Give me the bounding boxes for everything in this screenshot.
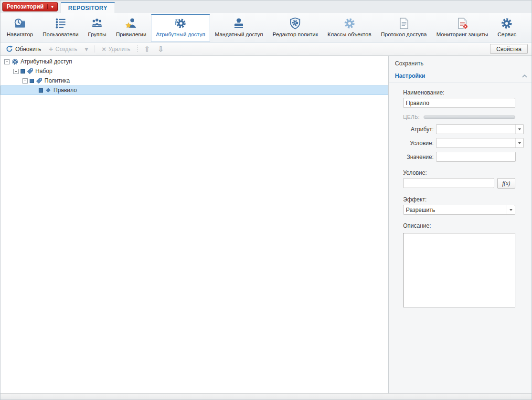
ribbon-tab-mandatory-access[interactable]: Мандатный доступ — [210, 14, 268, 42]
properties-panel: Сохранить Настройки Наименование: ЦЕЛЬ: — [389, 56, 532, 393]
attribute-combo[interactable] — [436, 124, 524, 134]
repository-menu-label: Репозиторий — [7, 3, 43, 10]
protection-monitoring-icon — [456, 17, 468, 30]
condition-expression-input[interactable] — [403, 178, 494, 188]
ribbon-tab-object-classes[interactable]: Классы объектов — [323, 14, 376, 42]
node-checkbox[interactable] — [21, 69, 25, 74]
ribbon-tab-protection-monitoring[interactable]: Мониторинг защиты — [432, 14, 493, 42]
ribbon-tab-label: Классы объектов — [328, 32, 372, 37]
combo-arrow-icon[interactable] — [515, 138, 523, 147]
ribbon-tab-label: Привилегии — [116, 32, 147, 37]
tag-icon — [36, 77, 43, 84]
ribbon-tab-users[interactable]: Пользователи — [38, 14, 83, 42]
node-checkbox[interactable] — [39, 88, 43, 93]
application-window: Репозиторий ▾ REPOSITORY Навигатор — [0, 0, 532, 400]
ribbon-tab-service[interactable]: Сервис — [493, 14, 521, 42]
target-divider-bar — [424, 116, 515, 119]
ribbon-tab-navigator[interactable]: Навигатор — [2, 14, 38, 42]
tree-node-set[interactable]: Набор — [0, 66, 388, 76]
description-label: Описание: — [403, 222, 515, 229]
tree-node-rule[interactable]: Правило — [0, 85, 388, 95]
delete-button[interactable]: × Удалить — [99, 44, 133, 53]
ribbon-tab-groups[interactable]: Группы — [83, 14, 111, 42]
properties-toolbar: Сохранить — [389, 56, 532, 71]
create-button[interactable]: + Создать — [46, 44, 79, 53]
repository-menu-button[interactable]: Репозиторий ▾ — [2, 2, 58, 11]
delete-label: Удалить — [108, 46, 130, 53]
combo-arrow-icon[interactable] — [515, 125, 523, 134]
privileges-icon — [125, 17, 138, 30]
description-textarea[interactable] — [403, 233, 515, 307]
ribbon-tab-access-protocol[interactable]: Протокол доступа — [376, 14, 432, 42]
cross-icon: × — [102, 45, 106, 53]
users-icon — [54, 17, 67, 30]
tree-node-attribute-access[interactable]: Атрибутный доступ — [0, 57, 388, 66]
tag-icon — [27, 68, 33, 74]
fx-button[interactable]: f(x) — [497, 178, 515, 189]
value-label: Значение: — [403, 154, 434, 160]
title-tab-strip: Репозиторий ▾ REPOSITORY — [0, 0, 532, 13]
attribute-combo-input[interactable] — [436, 125, 515, 134]
save-button[interactable]: Сохранить — [395, 60, 424, 67]
refresh-button[interactable]: Обновить — [3, 44, 43, 53]
create-dropdown-button[interactable]: ▾ — [83, 45, 91, 53]
ribbon-tab-label: Мониторинг защиты — [436, 32, 488, 37]
move-up-button[interactable]: ⇧ — [142, 44, 153, 53]
settings-section-header[interactable]: Настройки — [389, 71, 532, 83]
tree-panel: Атрибутный доступ Набор — [0, 56, 389, 393]
plus-icon: + — [49, 45, 53, 53]
tree-node-label: Набор — [35, 68, 53, 74]
properties-toggle-button[interactable]: Свойства — [490, 44, 528, 54]
service-icon — [500, 17, 513, 30]
condition-combo-input[interactable] — [436, 138, 515, 147]
combo-arrow-icon[interactable] — [507, 205, 515, 214]
ribbon-tab-label: Пользователи — [43, 32, 78, 37]
value-input[interactable] — [436, 152, 515, 161]
effect-combo-input[interactable] — [404, 205, 507, 214]
diamond-icon — [45, 87, 52, 94]
tree-node-policy[interactable]: Политика — [0, 76, 388, 85]
ribbon: Навигатор Пользователи — [0, 13, 532, 42]
ribbon-tab-policy-editor[interactable]: Редактор политик — [268, 14, 323, 42]
collapse-expander-icon[interactable] — [22, 78, 28, 84]
ribbon-tab-attribute-access[interactable]: Атрибутный доступ — [151, 14, 210, 42]
ribbon-tab-label: Сервис — [498, 32, 516, 37]
section-title: Настройки — [395, 73, 425, 79]
attribute-access-icon — [174, 17, 187, 30]
rule-settings-form: Наименование: ЦЕЛЬ: Атрибут: Условие: — [389, 83, 532, 309]
effect-label: Эффект: — [403, 196, 515, 203]
condition-label: Условие: — [403, 140, 434, 147]
arrow-up-icon: ⇧ — [144, 45, 150, 53]
ribbon-tab-privileges[interactable]: Привилегии — [111, 14, 151, 42]
value-field-row: Значение: — [403, 152, 515, 162]
attribute-label: Атрибут: — [403, 126, 434, 133]
status-bar — [0, 393, 532, 400]
main-area: Атрибутный доступ Набор — [0, 56, 532, 393]
ribbon-tab-label: Мандатный доступ — [215, 32, 263, 37]
ribbon-tab-label: Редактор политик — [273, 32, 318, 37]
groups-icon — [91, 17, 103, 30]
condition-expression-row: f(x) — [403, 178, 515, 189]
tree-node-label: Правило — [53, 87, 77, 94]
collapse-expander-icon[interactable] — [4, 59, 10, 64]
effect-combo[interactable] — [403, 205, 515, 215]
refresh-label: Обновить — [15, 46, 41, 53]
access-protocol-icon — [398, 17, 410, 30]
target-section-row: ЦЕЛЬ: — [403, 114, 515, 120]
move-down-button[interactable]: ⇩ — [155, 44, 166, 53]
navigator-icon — [14, 17, 26, 30]
name-label: Наименование: — [403, 89, 515, 96]
tab-repository[interactable]: REPOSITORY — [61, 2, 115, 13]
collapse-expander-icon[interactable] — [13, 69, 19, 74]
caret-down-icon: ▾ — [47, 4, 53, 9]
arrow-down-icon: ⇩ — [158, 45, 164, 53]
attribute-access-node-icon — [11, 58, 19, 65]
tree-node-label: Политика — [44, 77, 70, 84]
attribute-field-row: Атрибут: — [403, 124, 515, 134]
collapse-chevron-icon — [522, 73, 527, 79]
object-classes-icon — [343, 17, 356, 30]
node-checkbox[interactable] — [30, 79, 34, 83]
value-field[interactable] — [436, 152, 516, 162]
condition-combo[interactable] — [436, 138, 524, 148]
name-input[interactable] — [403, 98, 515, 108]
